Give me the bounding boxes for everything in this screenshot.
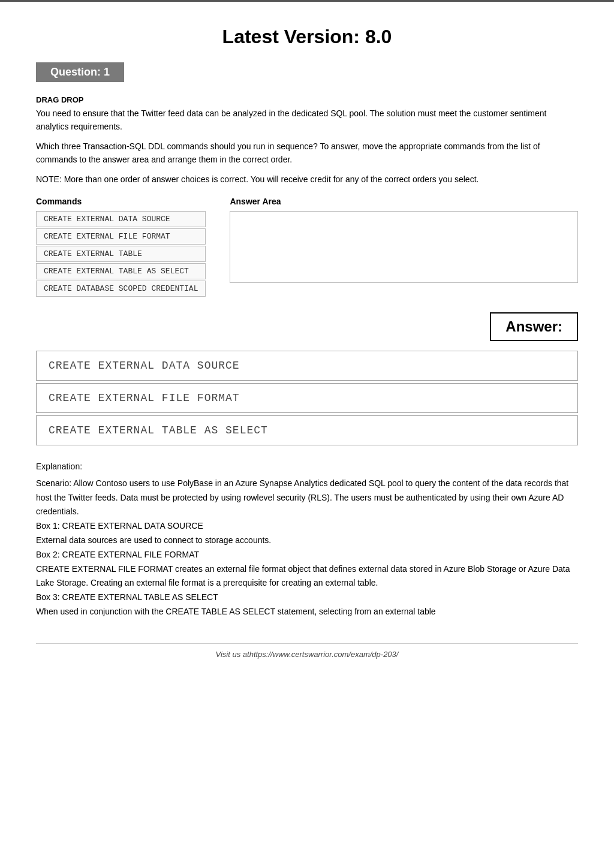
question-section: DRAG DROP You need to ensure that the Tw… <box>36 95 578 186</box>
explanation-line-2: Box 1: CREATE EXTERNAL DATA SOURCE <box>36 519 578 534</box>
question-label: Question: 1 <box>36 62 124 82</box>
question-text-1: You need to ensure that the Twitter feed… <box>36 107 578 134</box>
drag-drop-label: DRAG DROP <box>36 95 578 104</box>
command-item-2[interactable]: CREATE EXTERNAL FILE FORMAT <box>36 228 206 245</box>
command-item-3[interactable]: CREATE EXTERNAL TABLE <box>36 246 206 262</box>
commands-header: Commands <box>36 197 206 206</box>
answer-drop-box[interactable] <box>230 211 578 283</box>
drag-drop-columns: Commands CREATE EXTERNAL DATA SOURCE CRE… <box>36 197 578 298</box>
explanation-line-4: Box 2: CREATE EXTERNAL FILE FORMAT <box>36 548 578 562</box>
answer-command-1: CREATE EXTERNAL DATA SOURCE <box>36 351 578 381</box>
command-item-4[interactable]: CREATE EXTERNAL TABLE AS SELECT <box>36 263 206 279</box>
answer-label: Answer: <box>490 312 578 341</box>
question-header-box: Question: 1 <box>36 62 578 95</box>
explanation-line-6: Box 3: CREATE EXTERNAL TABLE AS SELECT <box>36 590 578 605</box>
answer-area-column: Answer Area <box>230 197 578 283</box>
explanation-line-5: CREATE EXTERNAL FILE FORMAT creates an e… <box>36 562 578 591</box>
answer-command-3: CREATE EXTERNAL TABLE AS SELECT <box>36 415 578 445</box>
explanation-section: Explanation: Scenario: Allow Contoso use… <box>36 460 578 619</box>
footer: Visit us athttps://www.certswarrior.com/… <box>36 643 578 659</box>
answer-area-header: Answer Area <box>230 197 578 206</box>
question-text-3: NOTE: More than one order of answer choi… <box>36 173 578 186</box>
question-text-2: Which three Transaction-SQL DDL commands… <box>36 140 578 167</box>
commands-column: Commands CREATE EXTERNAL DATA SOURCE CRE… <box>36 197 206 298</box>
answer-commands-section: CREATE EXTERNAL DATA SOURCE CREATE EXTER… <box>36 351 578 445</box>
footer-text: Visit us athttps://www.certswarrior.com/… <box>216 650 399 659</box>
explanation-line-7: When used in conjunction with the CREATE… <box>36 605 578 619</box>
command-item-5[interactable]: CREATE DATABASE SCOPED CREDENTIAL <box>36 281 206 297</box>
answer-command-2: CREATE EXTERNAL FILE FORMAT <box>36 383 578 413</box>
answer-header-right: Answer: <box>36 312 578 341</box>
explanation-line-3: External data sources are used to connec… <box>36 534 578 548</box>
page-title: Latest Version: 8.0 <box>36 26 578 48</box>
explanation-line-1: Scenario: Allow Contoso users to use Pol… <box>36 477 578 519</box>
command-item-1[interactable]: CREATE EXTERNAL DATA SOURCE <box>36 211 206 227</box>
page-content: Latest Version: 8.0 Question: 1 DRAG DRO… <box>0 2 614 683</box>
explanation-title: Explanation: <box>36 460 578 474</box>
